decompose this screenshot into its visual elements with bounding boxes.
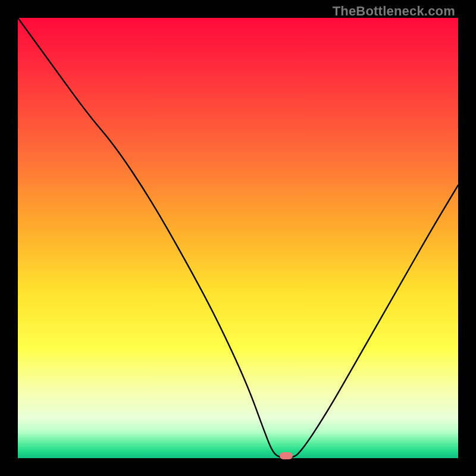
optimal-point-marker [280,452,293,459]
bottleneck-chart [18,18,458,458]
chart-frame: TheBottleneck.com [0,0,476,476]
gradient-background [18,18,458,458]
watermark-text: TheBottleneck.com [333,4,455,19]
